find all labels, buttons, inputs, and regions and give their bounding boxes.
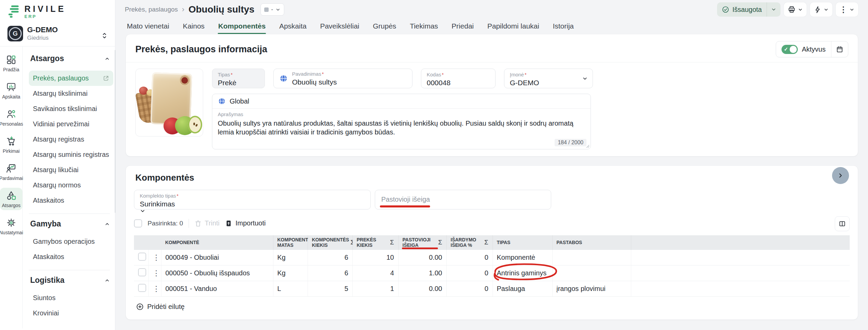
sidebar-item-gamyba-ataskaitos[interactable]: Ataskaitos bbox=[29, 249, 113, 264]
account-switcher[interactable]: G G-DEMO Giedrius bbox=[0, 23, 115, 47]
rail-item-pirkimai[interactable]: Pirkimai bbox=[0, 133, 22, 156]
cell-tipas[interactable]: Komponentė bbox=[493, 250, 552, 265]
record-status-selector[interactable]: - bbox=[261, 3, 284, 16]
col-tipas[interactable]: TIPAS bbox=[493, 235, 552, 250]
print-button[interactable] bbox=[784, 2, 807, 17]
menu-section-gamyba[interactable]: Gamyba bbox=[29, 217, 113, 231]
row-menu-icon[interactable]: ⋮ bbox=[148, 265, 161, 281]
pavadinimas-value[interactable]: Obuolių sultys bbox=[292, 78, 337, 86]
cell-kiekis[interactable]: 5 bbox=[308, 281, 352, 297]
sidebar-item-vidiniai-pervezimai[interactable]: Vidiniai pervežimai bbox=[29, 116, 113, 132]
col-isardymo-iseiga[interactable]: IŠARDYMO IŠEIGA %Σ bbox=[446, 235, 493, 250]
rail-item-personalas[interactable]: Personalas bbox=[0, 106, 22, 129]
sum-icon[interactable]: Σ bbox=[390, 239, 394, 246]
delete-button[interactable]: Trinti bbox=[194, 219, 220, 227]
cell-kiekis[interactable]: 6 bbox=[308, 250, 352, 265]
cell-name[interactable]: 000049 - Obuoliai bbox=[161, 250, 273, 265]
sidebar-item-atsargu-tikslinimai[interactable]: Atsargų tikslinimai bbox=[29, 86, 113, 101]
row-checkbox[interactable] bbox=[138, 284, 146, 292]
menu-section-atsargos[interactable]: Atsargos bbox=[29, 52, 113, 65]
rail-item-nustatymai[interactable]: Nustatymai bbox=[0, 215, 22, 237]
table-row[interactable]: ⋮ 000051 - Vanduo L 5 1 0.00 0 Paslauga … bbox=[134, 281, 850, 297]
scroll-right-button[interactable] bbox=[832, 167, 849, 184]
cell-name[interactable]: 000051 - Vanduo bbox=[161, 281, 273, 297]
lang-tab-global[interactable]: Global bbox=[212, 94, 591, 109]
row-menu-icon[interactable]: ⋮ bbox=[148, 281, 161, 297]
rail-item-pradzia[interactable]: Pradžia bbox=[0, 52, 22, 74]
tab-kainos[interactable]: Kainos bbox=[182, 19, 205, 33]
tab-priedai[interactable]: Priedai bbox=[451, 19, 474, 33]
sidebar-item-siuntos[interactable]: Siuntos bbox=[29, 290, 113, 306]
sum-icon[interactable]: Σ bbox=[484, 239, 488, 246]
external-link-icon[interactable] bbox=[103, 75, 109, 81]
col-pastovioji-iseiga[interactable]: PASTOVIOJI IŠEIGAΣ bbox=[398, 235, 446, 250]
tab-istorija[interactable]: Istorija bbox=[553, 19, 574, 33]
rail-item-apskaita[interactable]: Apskaita bbox=[0, 79, 22, 102]
cell-isardymo[interactable]: 0 bbox=[446, 281, 493, 297]
sidebar-item-atsargu-normos[interactable]: Atsargų normos bbox=[29, 178, 113, 193]
resize-handle[interactable] bbox=[585, 144, 590, 148]
cell-pastabos[interactable] bbox=[552, 265, 631, 281]
kodas-value[interactable]: 000048 bbox=[427, 79, 490, 87]
col-komponentes-matas[interactable]: KOMPONENTĖS MATAS bbox=[273, 235, 308, 250]
cell-matas[interactable]: L bbox=[273, 281, 308, 297]
select-all-checkbox[interactable] bbox=[134, 219, 142, 227]
add-row-button[interactable]: Pridėti eilutę bbox=[134, 303, 185, 311]
col-prekes-kiekis[interactable]: PREKĖS KIEKISΣ bbox=[352, 235, 398, 250]
kodas-field[interactable]: Kodas* 000048 bbox=[421, 69, 496, 88]
tab-grupes[interactable]: Grupės bbox=[372, 19, 397, 33]
sidebar-item-gamybos-operacijos[interactable]: Gamybos operacijos bbox=[29, 234, 113, 249]
tab-papildomi-laukai[interactable]: Papildomi laukai bbox=[487, 19, 540, 33]
cell-name[interactable]: 000050 - Obuolių išspaudos bbox=[161, 265, 273, 281]
tab-komponentes[interactable]: Komponentės bbox=[218, 19, 266, 33]
cell-tipas[interactable]: Paslauga bbox=[493, 281, 552, 297]
cell-prekes[interactable]: 1 bbox=[352, 281, 398, 297]
sidebar-item-ataskaitos[interactable]: Ataskaitos bbox=[29, 193, 113, 208]
cell-pastovioji[interactable]: 1.00 bbox=[398, 265, 446, 281]
app-logo[interactable]: RIVILE ERP bbox=[0, 0, 115, 20]
sidebar-item-atsargu-registras[interactable]: Atsargų registras bbox=[29, 132, 113, 147]
table-row[interactable]: ⋮ 000049 - Obuoliai Kg 6 10 0.00 0 Kompo… bbox=[134, 250, 850, 265]
toggle-on[interactable]: ✓ bbox=[782, 45, 798, 54]
save-options-chevron[interactable] bbox=[767, 7, 780, 12]
menu-section-logistika[interactable]: Logistika bbox=[29, 274, 113, 287]
sidebar-item-kroviniai[interactable]: Kroviniai bbox=[29, 306, 113, 321]
description-field[interactable]: Aprašymas Obuolių sultys yra natūralus p… bbox=[212, 109, 591, 138]
col-komponentes-kiekis[interactable]: KOMPONENTĖS KIEKISΣ bbox=[308, 235, 352, 250]
tab-paveiksleliai[interactable]: Paveikslėliai bbox=[320, 19, 360, 33]
column-settings-button[interactable] bbox=[835, 216, 850, 231]
active-toggle[interactable]: ✓ Aktyvus bbox=[776, 45, 831, 54]
cell-pastabos[interactable]: įrangos plovimui bbox=[552, 281, 631, 297]
komplekto-tipas-select[interactable]: Komplekto tipas* Surinkimas bbox=[134, 190, 371, 209]
cell-kiekis[interactable]: 6 bbox=[308, 265, 352, 281]
tab-apskaita[interactable]: Apskaita bbox=[279, 19, 307, 33]
cell-isardymo[interactable]: 0 bbox=[446, 250, 493, 265]
cell-pastabos[interactable] bbox=[552, 250, 631, 265]
imone-select[interactable]: Įmonė* G-DEMO bbox=[504, 69, 593, 88]
cell-tipas[interactable]: Antrinis gaminys bbox=[493, 265, 552, 281]
import-button[interactable]: Importuoti bbox=[225, 219, 266, 227]
pavadinimas-field[interactable]: Pavadinimas* Obuolių sultys bbox=[273, 69, 412, 88]
tab-mato-vienetai[interactable]: Mato vienetai bbox=[127, 19, 170, 33]
cell-pastovioji[interactable]: 0.00 bbox=[398, 281, 446, 297]
rail-item-atsargos[interactable]: Atsargos bbox=[0, 188, 22, 210]
row-menu-icon[interactable]: ⋮ bbox=[148, 250, 161, 265]
cell-matas[interactable]: Kg bbox=[273, 250, 308, 265]
col-pastabos[interactable]: PASTABOS bbox=[552, 235, 631, 250]
actions-button[interactable] bbox=[810, 2, 832, 17]
calendar-icon[interactable] bbox=[831, 45, 848, 53]
sidebar-item-prekes-paslaugos[interactable]: Prekės, paslaugos bbox=[29, 71, 113, 86]
sidebar-item-atsargu-likuciai[interactable]: Atsargų likučiai bbox=[29, 162, 113, 178]
saved-button[interactable]: Išsaugota bbox=[717, 6, 767, 14]
cell-isardymo[interactable]: 0 bbox=[446, 265, 493, 281]
cell-pastovioji[interactable]: 0.00 bbox=[398, 250, 446, 265]
description-text[interactable]: Obuolių sultys yra natūralus produktas, … bbox=[218, 119, 578, 137]
cell-prekes[interactable]: 4 bbox=[352, 265, 398, 281]
row-checkbox[interactable] bbox=[138, 253, 146, 261]
breadcrumb-parent[interactable]: Prekės, paslaugos bbox=[125, 6, 178, 13]
more-button[interactable]: ⋮ bbox=[836, 2, 858, 17]
sidebar-item-atsargu-suminis-registras[interactable]: Atsargų suminis registras bbox=[29, 147, 113, 162]
row-checkbox[interactable] bbox=[138, 268, 146, 276]
cell-prekes[interactable]: 10 bbox=[352, 250, 398, 265]
rail-item-pardavimai[interactable]: Pardavimai bbox=[0, 161, 22, 183]
